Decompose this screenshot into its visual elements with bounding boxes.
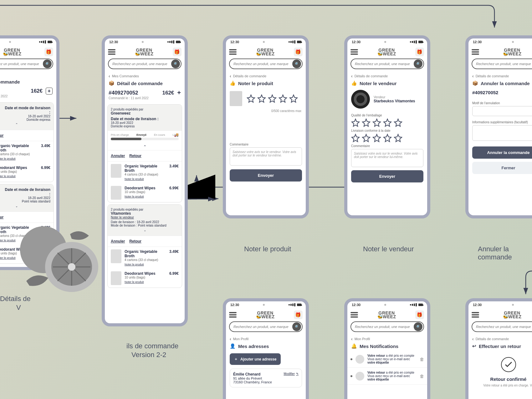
menu-icon[interactable] (108, 49, 115, 55)
confirmation-sub: Votre retour a été pris en charge. Vo (479, 384, 532, 387)
logo: GREEN🐝WEEZ (135, 48, 154, 56)
shipment-block-1: its expédiés parweez Date et mode de liv… (0, 102, 54, 182)
rate-vendor-link[interactable]: Noter le vendeur (111, 216, 134, 219)
breadcrumb[interactable]: ‹Mes Commandes (105, 72, 185, 80)
info-textarea[interactable] (472, 125, 532, 141)
menu-icon[interactable] (229, 312, 237, 318)
page-title: 📦Détail de commande (105, 80, 185, 88)
search-input[interactable]: Recherchez un produit, une marque🔍 (229, 59, 303, 69)
shipment-block-2: 2 produits expédiés parVitamontesNoter l… (107, 204, 182, 288)
search-icon[interactable]: 🔍 (43, 59, 52, 68)
rate-product-link[interactable]: Noter le produit (0, 157, 16, 160)
rate-product-link[interactable]: Noter le produit (0, 175, 16, 178)
search-input[interactable]: Recherchez un produit, une marque🔍 (229, 321, 303, 332)
gift-icon[interactable]: 🎁 (294, 310, 303, 319)
rate-product-link[interactable]: Noter le produit (125, 263, 144, 266)
gift-icon[interactable]: 🎁 (294, 48, 303, 56)
star-rating-packaging[interactable] (351, 118, 423, 127)
order-date: dé le : 11 avril 2022 (0, 95, 56, 100)
chevron-down-icon[interactable]: ⌄ (0, 203, 50, 209)
search-input[interactable]: Recherchez un produit, une marque (472, 321, 532, 332)
rate-product-link[interactable]: Noter le produit (0, 239, 16, 242)
expand-button[interactable]: + (177, 89, 181, 96)
product-row: Organic Vegetable Broth4 cartons (33 cl … (0, 141, 54, 163)
cancel-link[interactable]: Annuler (111, 154, 125, 158)
rate-product-link[interactable]: Noter le produit (125, 177, 144, 181)
order-number: #409270052 (109, 90, 138, 96)
gift-icon[interactable]: 🎁 (44, 48, 53, 56)
star-rating-delivery[interactable] (351, 134, 423, 142)
caption-rate-vendor: Noter le vendeur (363, 245, 414, 253)
search-input[interactable]: Recherchez un produit, une marque🔍 (0, 59, 53, 69)
search-input[interactable]: Recherchez un produit, une marque🔍 (350, 59, 424, 69)
trash-icon[interactable]: 🗑 (420, 374, 424, 379)
cancel-link[interactable]: Annuler (111, 239, 125, 243)
gift-icon[interactable]: 🎁 (415, 310, 424, 319)
phone-return-confirmed: 12:30 GREEN🐝WEEZ Recherchez un produit, … (465, 298, 532, 399)
comment-textarea[interactable]: Saisissez votre avis sur le vendeur. Vot… (351, 149, 423, 167)
notification-row[interactable]: Votre retour a été pris en compteVous av… (347, 368, 427, 385)
phone-rate-vendor: 12:30 GREEN🐝WEEZ🎁 Recherchez un produit,… (344, 35, 430, 218)
shipment-actions: lerRetour (0, 130, 54, 141)
comment-textarea[interactable]: Saisissez votre avis sur le vendeur. Vot… (230, 147, 302, 166)
return-link[interactable]: Retour (129, 154, 141, 158)
return-link[interactable]: Retour (0, 133, 3, 138)
rate-product-link[interactable]: Noter le produit (125, 195, 144, 198)
back-icon[interactable]: ‹ (230, 74, 231, 79)
back-icon[interactable]: ‹ (472, 74, 474, 79)
logo: GREEN🐝WEEZ (3, 48, 22, 56)
char-count: 0/500 caractères max (226, 109, 306, 113)
phone-addresses: 12:30 GREEN🐝WEEZ🎁 Recherchez un produit,… (223, 298, 309, 399)
back-icon[interactable]: ‹ (351, 336, 353, 341)
return-link[interactable]: Retour (129, 239, 141, 243)
gift-icon[interactable]: 🎁 (415, 48, 424, 56)
search-input[interactable]: Recherchez un produit, une marque🔍 (350, 321, 424, 332)
trash-icon[interactable]: 🗑 (420, 357, 424, 362)
box-icon: 📦 (109, 80, 115, 86)
rate-product-link[interactable]: Noter le produit (125, 280, 144, 284)
rate-product-link[interactable]: Noter le produit (0, 256, 16, 259)
back-icon[interactable]: ‹ (230, 336, 231, 341)
menu-icon[interactable] (350, 49, 358, 55)
vendor-avatar (351, 90, 370, 109)
back-icon[interactable]: ‹ (351, 74, 353, 79)
product-image (230, 91, 242, 106)
modify-link[interactable]: Modifier ✎ (284, 372, 299, 376)
menu-icon[interactable] (472, 312, 479, 318)
thumbs-up-icon: 👍 (351, 80, 357, 86)
back-icon[interactable]: ‹ (109, 74, 110, 79)
gift-icon[interactable]: 🎁 (173, 48, 182, 56)
notification-row[interactable]: Votre retour a été pris en compteVous av… (347, 351, 427, 368)
vendor-name: Starbeukss Vitamontes (374, 99, 415, 103)
close-button[interactable]: Fermer (472, 162, 532, 174)
add-address-button[interactable]: ＋Ajouter une adresse (230, 353, 281, 365)
search-icon[interactable]: 🔍 (171, 59, 180, 68)
menu-icon[interactable] (350, 312, 358, 318)
breadcrumb[interactable]: Commandes (0, 72, 56, 79)
svg-point-12 (68, 263, 75, 271)
back-icon[interactable]: ‹ (472, 336, 474, 341)
checkmark-icon (501, 357, 516, 372)
chevron-down-icon[interactable]: ⌄ (111, 227, 179, 233)
phone-rate-product: 12:30 GREEN🐝WEEZ🎁 Recherchez un produit,… (223, 35, 309, 218)
return-link[interactable]: Retour (0, 215, 3, 219)
caption-details-2b: Version 2-2 (131, 351, 166, 359)
star-rating[interactable] (247, 94, 298, 103)
menu-icon[interactable] (229, 49, 237, 55)
menu-icon[interactable] (472, 49, 479, 55)
search-input[interactable]: Recherchez un produit, une marque (472, 59, 532, 69)
chevron-up-icon[interactable]: ⌃ (108, 143, 182, 150)
order-total: 162€ (162, 90, 174, 96)
caption-rate-product: Noter le produit (244, 245, 291, 253)
bell-icon: 🔔 (351, 343, 357, 349)
caption-details-2a: ils de commande (126, 342, 178, 350)
order-total: 162€ (31, 88, 43, 94)
chevron-up-icon[interactable]: ⌃ (0, 121, 50, 127)
send-button[interactable]: Envoyer (351, 170, 423, 182)
cancel-order-button[interactable]: Annuler la commande (472, 146, 532, 159)
expand-button[interactable]: + (46, 88, 53, 95)
search-input[interactable]: Recherchez un produit, une marque🔍 (108, 59, 182, 69)
send-button[interactable]: Envoyer (230, 169, 302, 182)
caption-details-1b: V (16, 304, 21, 312)
reason-input[interactable] (472, 106, 532, 116)
